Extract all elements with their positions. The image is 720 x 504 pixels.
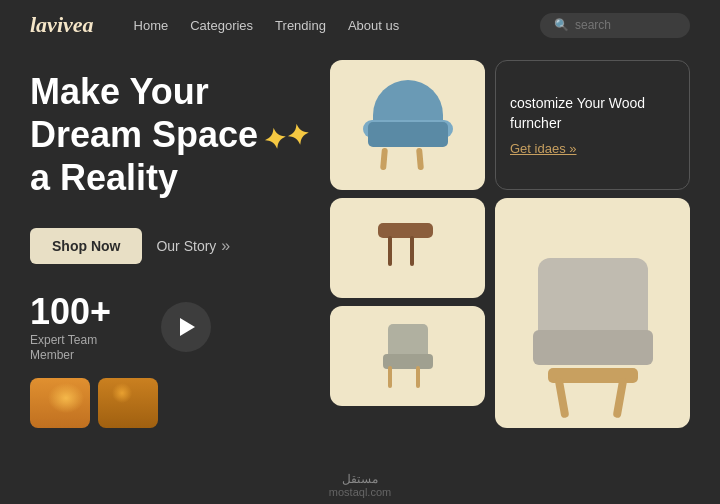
bc-seat (533, 330, 653, 365)
customize-card: costomize Your Wood furncher Get idaes » (495, 60, 690, 190)
chair-leg-left (380, 148, 388, 170)
nav-home[interactable]: Home (134, 18, 169, 33)
left-side: Make Your Dream Space ✦✦ a Reality Shop … (30, 60, 310, 428)
nav-categories[interactable]: Categories (190, 18, 253, 33)
stool-legs (388, 236, 414, 266)
shop-now-button[interactable]: Shop Now (30, 228, 142, 264)
headline: Make Your Dream Space ✦✦ a Reality (30, 70, 310, 200)
main-content: Make Your Dream Space ✦✦ a Reality Shop … (0, 50, 720, 438)
stool-leg-2 (410, 236, 414, 266)
chair-legs (381, 148, 423, 170)
sc-legs (388, 366, 420, 388)
stat-block: 100+ Expert Team Member (30, 291, 111, 364)
thumbnails (30, 378, 310, 428)
navbar: lavivea Home Categories Trending About u… (0, 0, 720, 50)
get-ideas-link[interactable]: Get idaes » (510, 141, 675, 156)
our-story-link[interactable]: Our Story » (156, 237, 230, 255)
blue-chair-illustration (363, 80, 453, 170)
play-button[interactable] (161, 302, 211, 352)
blue-chair-card (330, 60, 485, 190)
spark-icon: ✦✦ (261, 117, 312, 158)
sc-leg-2 (416, 366, 420, 388)
small-chair-illustration (380, 324, 435, 389)
customize-title: costomize Your Wood furncher (510, 94, 675, 133)
small-chair-card (330, 306, 485, 406)
stat-number: 100+ (30, 291, 111, 333)
grid-left (330, 60, 485, 428)
sc-leg-1 (388, 366, 392, 388)
stats-area: 100+ Expert Team Member (30, 291, 310, 364)
chevrons-icon: » (221, 237, 230, 255)
watermark-arabic: مستقل (329, 472, 391, 486)
stool-leg-1 (388, 236, 392, 266)
search-icon: 🔍 (554, 18, 569, 33)
big-chair-illustration (533, 258, 653, 418)
chair-seat (368, 122, 448, 147)
stool-card (330, 198, 485, 298)
bc-leg-1 (554, 377, 569, 418)
watermark-domain: mostaql.com (329, 486, 391, 498)
nav-about[interactable]: About us (348, 18, 399, 33)
right-side: costomize Your Wood furncher Get idaes » (330, 60, 690, 428)
thumbnail-1[interactable] (30, 378, 90, 428)
logo: lavivea (30, 12, 94, 38)
watermark: مستقل mostaql.com (329, 470, 391, 500)
bc-leg-2 (612, 377, 627, 418)
nav-links: Home Categories Trending About us (134, 18, 400, 33)
nav-trending[interactable]: Trending (275, 18, 326, 33)
search-input[interactable] (575, 18, 676, 32)
bc-back (538, 258, 648, 338)
chair-leg-right (416, 148, 424, 170)
play-icon (180, 318, 195, 336)
bc-legs (558, 378, 624, 418)
stat-label: Expert Team Member (30, 333, 111, 364)
grid-right: costomize Your Wood furncher Get idaes » (495, 60, 690, 428)
thumbnail-2[interactable] (98, 378, 158, 428)
search-bar[interactable]: 🔍 (540, 13, 690, 38)
cta-buttons: Shop Now Our Story » (30, 228, 310, 264)
big-chair-card (495, 198, 690, 428)
stool-illustration (378, 218, 438, 278)
